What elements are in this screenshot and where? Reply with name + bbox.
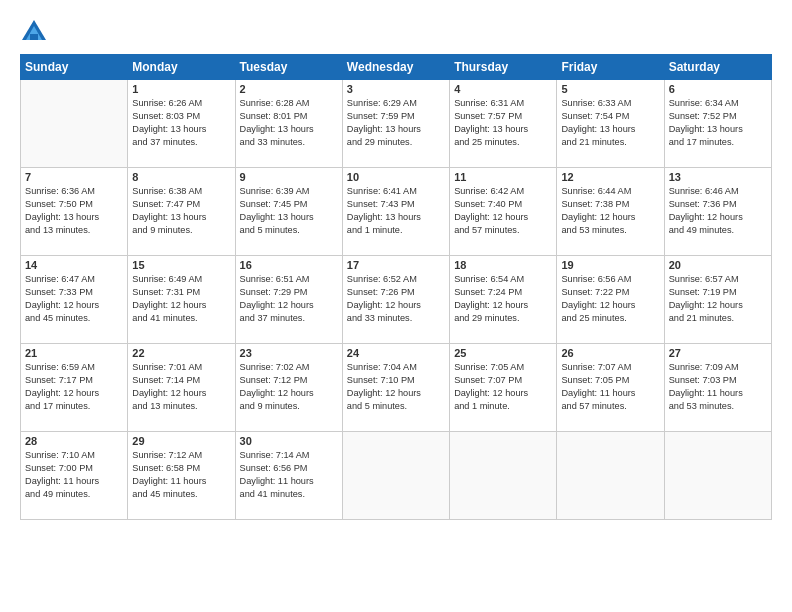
day-number: 17 — [347, 259, 445, 271]
day-number: 30 — [240, 435, 338, 447]
day-info: Sunrise: 7:05 AM Sunset: 7:07 PM Dayligh… — [454, 361, 552, 413]
day-number: 14 — [25, 259, 123, 271]
calendar-cell: 1Sunrise: 6:26 AM Sunset: 8:03 PM Daylig… — [128, 80, 235, 168]
day-number: 21 — [25, 347, 123, 359]
logo — [20, 18, 52, 46]
day-number: 25 — [454, 347, 552, 359]
calendar-week-5: 28Sunrise: 7:10 AM Sunset: 7:00 PM Dayli… — [21, 432, 772, 520]
day-number: 8 — [132, 171, 230, 183]
day-info: Sunrise: 7:02 AM Sunset: 7:12 PM Dayligh… — [240, 361, 338, 413]
day-info: Sunrise: 6:36 AM Sunset: 7:50 PM Dayligh… — [25, 185, 123, 237]
day-number: 26 — [561, 347, 659, 359]
calendar-week-2: 7Sunrise: 6:36 AM Sunset: 7:50 PM Daylig… — [21, 168, 772, 256]
day-number: 10 — [347, 171, 445, 183]
day-info: Sunrise: 6:29 AM Sunset: 7:59 PM Dayligh… — [347, 97, 445, 149]
calendar-cell: 10Sunrise: 6:41 AM Sunset: 7:43 PM Dayli… — [342, 168, 449, 256]
calendar-cell: 29Sunrise: 7:12 AM Sunset: 6:58 PM Dayli… — [128, 432, 235, 520]
calendar-cell: 5Sunrise: 6:33 AM Sunset: 7:54 PM Daylig… — [557, 80, 664, 168]
day-number: 11 — [454, 171, 552, 183]
calendar-header-wednesday: Wednesday — [342, 55, 449, 80]
calendar-cell — [664, 432, 771, 520]
calendar-cell: 18Sunrise: 6:54 AM Sunset: 7:24 PM Dayli… — [450, 256, 557, 344]
day-info: Sunrise: 6:56 AM Sunset: 7:22 PM Dayligh… — [561, 273, 659, 325]
day-info: Sunrise: 6:39 AM Sunset: 7:45 PM Dayligh… — [240, 185, 338, 237]
day-info: Sunrise: 7:10 AM Sunset: 7:00 PM Dayligh… — [25, 449, 123, 501]
day-info: Sunrise: 6:34 AM Sunset: 7:52 PM Dayligh… — [669, 97, 767, 149]
calendar-cell — [450, 432, 557, 520]
calendar-week-4: 21Sunrise: 6:59 AM Sunset: 7:17 PM Dayli… — [21, 344, 772, 432]
svg-rect-2 — [30, 34, 38, 40]
calendar-cell: 27Sunrise: 7:09 AM Sunset: 7:03 PM Dayli… — [664, 344, 771, 432]
calendar-cell: 28Sunrise: 7:10 AM Sunset: 7:00 PM Dayli… — [21, 432, 128, 520]
day-number: 23 — [240, 347, 338, 359]
calendar-week-3: 14Sunrise: 6:47 AM Sunset: 7:33 PM Dayli… — [21, 256, 772, 344]
calendar-cell: 20Sunrise: 6:57 AM Sunset: 7:19 PM Dayli… — [664, 256, 771, 344]
day-info: Sunrise: 6:52 AM Sunset: 7:26 PM Dayligh… — [347, 273, 445, 325]
day-info: Sunrise: 7:01 AM Sunset: 7:14 PM Dayligh… — [132, 361, 230, 413]
calendar-cell: 26Sunrise: 7:07 AM Sunset: 7:05 PM Dayli… — [557, 344, 664, 432]
calendar-cell: 12Sunrise: 6:44 AM Sunset: 7:38 PM Dayli… — [557, 168, 664, 256]
day-number: 20 — [669, 259, 767, 271]
logo-icon — [20, 18, 48, 46]
day-number: 4 — [454, 83, 552, 95]
day-info: Sunrise: 6:42 AM Sunset: 7:40 PM Dayligh… — [454, 185, 552, 237]
calendar-cell: 30Sunrise: 7:14 AM Sunset: 6:56 PM Dayli… — [235, 432, 342, 520]
calendar-header-thursday: Thursday — [450, 55, 557, 80]
day-number: 13 — [669, 171, 767, 183]
day-number: 22 — [132, 347, 230, 359]
calendar-header-row: SundayMondayTuesdayWednesdayThursdayFrid… — [21, 55, 772, 80]
calendar-cell: 15Sunrise: 6:49 AM Sunset: 7:31 PM Dayli… — [128, 256, 235, 344]
day-info: Sunrise: 7:14 AM Sunset: 6:56 PM Dayligh… — [240, 449, 338, 501]
calendar-header-monday: Monday — [128, 55, 235, 80]
day-number: 5 — [561, 83, 659, 95]
calendar-cell: 11Sunrise: 6:42 AM Sunset: 7:40 PM Dayli… — [450, 168, 557, 256]
calendar-cell: 25Sunrise: 7:05 AM Sunset: 7:07 PM Dayli… — [450, 344, 557, 432]
day-info: Sunrise: 6:26 AM Sunset: 8:03 PM Dayligh… — [132, 97, 230, 149]
day-info: Sunrise: 6:49 AM Sunset: 7:31 PM Dayligh… — [132, 273, 230, 325]
day-info: Sunrise: 7:12 AM Sunset: 6:58 PM Dayligh… — [132, 449, 230, 501]
calendar-header-tuesday: Tuesday — [235, 55, 342, 80]
day-number: 18 — [454, 259, 552, 271]
day-number: 16 — [240, 259, 338, 271]
calendar-cell: 6Sunrise: 6:34 AM Sunset: 7:52 PM Daylig… — [664, 80, 771, 168]
day-number: 28 — [25, 435, 123, 447]
day-info: Sunrise: 6:44 AM Sunset: 7:38 PM Dayligh… — [561, 185, 659, 237]
calendar-cell — [342, 432, 449, 520]
day-info: Sunrise: 6:51 AM Sunset: 7:29 PM Dayligh… — [240, 273, 338, 325]
calendar-cell: 14Sunrise: 6:47 AM Sunset: 7:33 PM Dayli… — [21, 256, 128, 344]
page: SundayMondayTuesdayWednesdayThursdayFrid… — [0, 0, 792, 612]
calendar-header-saturday: Saturday — [664, 55, 771, 80]
calendar-header-friday: Friday — [557, 55, 664, 80]
calendar-cell: 17Sunrise: 6:52 AM Sunset: 7:26 PM Dayli… — [342, 256, 449, 344]
calendar-cell: 4Sunrise: 6:31 AM Sunset: 7:57 PM Daylig… — [450, 80, 557, 168]
day-number: 1 — [132, 83, 230, 95]
calendar-cell: 19Sunrise: 6:56 AM Sunset: 7:22 PM Dayli… — [557, 256, 664, 344]
calendar: SundayMondayTuesdayWednesdayThursdayFrid… — [20, 54, 772, 520]
calendar-cell: 8Sunrise: 6:38 AM Sunset: 7:47 PM Daylig… — [128, 168, 235, 256]
calendar-cell: 23Sunrise: 7:02 AM Sunset: 7:12 PM Dayli… — [235, 344, 342, 432]
day-number: 24 — [347, 347, 445, 359]
calendar-cell: 2Sunrise: 6:28 AM Sunset: 8:01 PM Daylig… — [235, 80, 342, 168]
day-number: 2 — [240, 83, 338, 95]
day-info: Sunrise: 7:04 AM Sunset: 7:10 PM Dayligh… — [347, 361, 445, 413]
day-info: Sunrise: 6:41 AM Sunset: 7:43 PM Dayligh… — [347, 185, 445, 237]
day-info: Sunrise: 6:59 AM Sunset: 7:17 PM Dayligh… — [25, 361, 123, 413]
calendar-cell: 24Sunrise: 7:04 AM Sunset: 7:10 PM Dayli… — [342, 344, 449, 432]
calendar-cell: 7Sunrise: 6:36 AM Sunset: 7:50 PM Daylig… — [21, 168, 128, 256]
day-info: Sunrise: 6:57 AM Sunset: 7:19 PM Dayligh… — [669, 273, 767, 325]
day-info: Sunrise: 6:33 AM Sunset: 7:54 PM Dayligh… — [561, 97, 659, 149]
day-number: 6 — [669, 83, 767, 95]
day-number: 15 — [132, 259, 230, 271]
calendar-cell: 21Sunrise: 6:59 AM Sunset: 7:17 PM Dayli… — [21, 344, 128, 432]
day-number: 9 — [240, 171, 338, 183]
day-info: Sunrise: 6:47 AM Sunset: 7:33 PM Dayligh… — [25, 273, 123, 325]
day-number: 12 — [561, 171, 659, 183]
day-info: Sunrise: 7:07 AM Sunset: 7:05 PM Dayligh… — [561, 361, 659, 413]
day-info: Sunrise: 6:28 AM Sunset: 8:01 PM Dayligh… — [240, 97, 338, 149]
day-info: Sunrise: 6:38 AM Sunset: 7:47 PM Dayligh… — [132, 185, 230, 237]
day-number: 7 — [25, 171, 123, 183]
day-info: Sunrise: 6:46 AM Sunset: 7:36 PM Dayligh… — [669, 185, 767, 237]
calendar-cell — [21, 80, 128, 168]
day-info: Sunrise: 7:09 AM Sunset: 7:03 PM Dayligh… — [669, 361, 767, 413]
day-number: 29 — [132, 435, 230, 447]
